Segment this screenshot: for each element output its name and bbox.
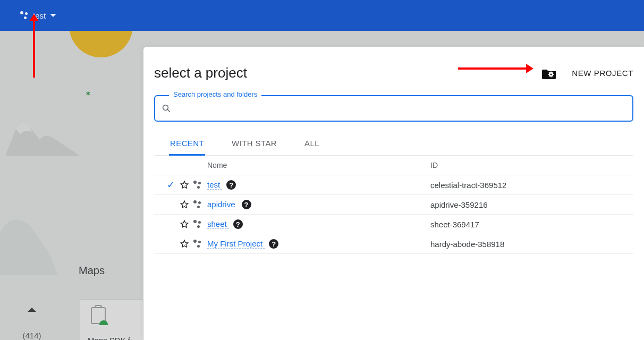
project-icon bbox=[193, 200, 202, 209]
manage-resources-button[interactable] bbox=[542, 67, 557, 79]
search-icon bbox=[162, 104, 171, 113]
table-row[interactable]: ✓test?celestial-tract-369512 bbox=[154, 175, 633, 195]
svg-rect-5 bbox=[553, 74, 554, 75]
project-link[interactable]: sheet bbox=[207, 219, 229, 229]
chevron-down-icon bbox=[50, 14, 56, 17]
table-row[interactable]: sheet?sheet-369417 bbox=[154, 215, 633, 234]
check-icon: ✓ bbox=[166, 179, 175, 191]
project-icon bbox=[193, 181, 202, 189]
star-icon[interactable] bbox=[180, 219, 189, 229]
project-id: celestial-tract-369512 bbox=[430, 181, 633, 190]
svg-rect-2 bbox=[550, 71, 552, 72]
table-row[interactable]: My First Project?hardy-abode-358918 bbox=[154, 234, 633, 254]
search-field[interactable]: Search projects and folders bbox=[154, 95, 633, 122]
star-icon[interactable] bbox=[180, 180, 189, 190]
search-input[interactable] bbox=[175, 100, 626, 116]
project-id: hardy-abode-358918 bbox=[430, 240, 633, 249]
help-icon[interactable]: ? bbox=[233, 219, 243, 229]
tab-all[interactable]: ALL bbox=[303, 132, 320, 155]
star-icon[interactable] bbox=[180, 239, 189, 249]
annotation-arrow-up bbox=[33, 19, 35, 78]
new-project-button[interactable]: NEW PROJECT bbox=[572, 69, 633, 78]
project-table-body: ✓test?celestial-tract-369512apidrive?api… bbox=[154, 175, 633, 254]
column-name: Nome bbox=[207, 161, 430, 169]
project-link[interactable]: apidrive bbox=[207, 200, 238, 209]
project-icon bbox=[20, 11, 29, 20]
project-select-dialog: select a project NEW PROJECT Search proj… bbox=[143, 47, 644, 340]
tab-recent[interactable]: RECENT bbox=[169, 132, 205, 156]
project-icon bbox=[193, 220, 202, 228]
help-icon[interactable]: ? bbox=[269, 239, 278, 249]
svg-point-10 bbox=[163, 105, 168, 110]
project-link[interactable]: My First Project bbox=[207, 239, 265, 249]
help-icon[interactable]: ? bbox=[242, 200, 251, 209]
dialog-title: select a project bbox=[154, 65, 247, 81]
svg-point-1 bbox=[550, 73, 552, 75]
tab-bar: RECENTWITH STARALL bbox=[154, 132, 633, 156]
table-header: Nome ID bbox=[154, 156, 633, 175]
table-row[interactable]: apidrive?apidrive-359216 bbox=[154, 195, 633, 215]
search-legend: Search projects and folders bbox=[169, 90, 261, 98]
star-icon[interactable] bbox=[180, 200, 189, 209]
column-id: ID bbox=[430, 161, 633, 169]
project-id: apidrive-359216 bbox=[430, 200, 633, 209]
help-icon[interactable]: ? bbox=[226, 180, 236, 190]
svg-line-11 bbox=[167, 109, 170, 112]
annotation-arrow-right bbox=[458, 67, 527, 70]
top-bar: test bbox=[0, 0, 644, 31]
project-link[interactable]: test bbox=[207, 180, 222, 190]
project-icon bbox=[193, 240, 202, 248]
svg-rect-4 bbox=[548, 74, 549, 75]
tab-with-star[interactable]: WITH STAR bbox=[231, 132, 278, 155]
project-id: sheet-369417 bbox=[430, 220, 633, 229]
svg-rect-3 bbox=[550, 76, 552, 77]
